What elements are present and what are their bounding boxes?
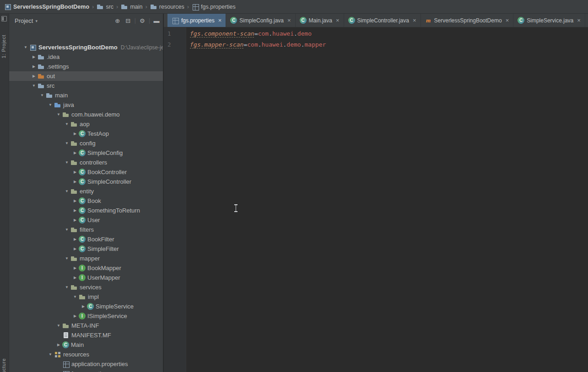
close-tab-icon[interactable]: ×: [218, 17, 222, 23]
breadcrumb-item-main[interactable]: main: [119, 3, 144, 11]
collapse-arrow-icon[interactable]: ▼: [38, 93, 46, 97]
tree-item-services[interactable]: ▼services: [9, 282, 163, 292]
tree-item-serverlessspringbootdemo[interactable]: ▼ServerlessSpringBootDemoD:\Java\eclipse…: [9, 43, 163, 52]
expand-arrow-icon[interactable]: ▶: [71, 314, 79, 318]
tree-item-simpleservice[interactable]: ▶CSimpleService: [9, 302, 163, 311]
editor[interactable]: 12 fgs.component-scan=com.huawei.demofgs…: [164, 27, 588, 372]
close-tab-icon[interactable]: ×: [287, 17, 291, 23]
expand-arrow-icon[interactable]: ▶: [71, 218, 79, 222]
tree-item-idea[interactable]: ▶.idea: [9, 52, 163, 62]
tree-item-testaop[interactable]: ▶CTestAop: [9, 129, 163, 138]
tree-item-usermapper[interactable]: ▶IUserMapper: [9, 273, 163, 282]
tree-item-impl[interactable]: ▼impl: [9, 292, 163, 302]
tree-item-manifest-mf[interactable]: MANIFEST.MF: [9, 330, 163, 340]
tree-item-simpleconfig[interactable]: ▶CSimpleConfig: [9, 148, 163, 158]
collapse-arrow-icon[interactable]: ▼: [47, 103, 54, 107]
collapse-arrow-icon[interactable]: ▼: [63, 189, 70, 193]
expand-arrow-icon[interactable]: ▶: [71, 132, 79, 136]
tree-item-simplefilter[interactable]: ▶CSimpleFilter: [9, 244, 163, 254]
close-tab-icon[interactable]: ×: [577, 17, 581, 23]
tree-item-fgs-properties[interactable]: fgs.properties: [9, 369, 163, 372]
collapse-arrow-icon[interactable]: ▼: [22, 45, 29, 49]
collapse-arrow-icon[interactable]: ▼: [63, 256, 70, 260]
collapse-arrow-icon[interactable]: ▼: [63, 141, 70, 145]
tree-item-somethingtoreturn[interactable]: ▶CSomethingToReturn: [9, 206, 163, 215]
tab-simpleconfig-java[interactable]: CSimpleConfig.java×: [226, 14, 295, 27]
expand-arrow-icon[interactable]: ▶: [71, 208, 79, 213]
tab-fgs-properties[interactable]: fgs.properties×: [167, 14, 226, 27]
hide-panel-button[interactable]: ▬: [152, 17, 161, 24]
tree-item-meta-inf[interactable]: ▼META-INF: [9, 321, 163, 330]
collapse-arrow-icon[interactable]: ▼: [63, 228, 70, 232]
collapse-all-button[interactable]: ⊟: [124, 17, 133, 24]
tree-item-config[interactable]: ▼config: [9, 138, 163, 148]
breadcrumb-item-fgs-properties[interactable]: fgs.properties: [190, 3, 237, 11]
collapse-arrow-icon[interactable]: ▼: [30, 84, 38, 88]
close-tab-icon[interactable]: ×: [413, 17, 416, 23]
breadcrumb-item-resources[interactable]: resources: [149, 3, 186, 11]
collapse-arrow-icon[interactable]: ▼: [71, 295, 79, 299]
tree-item-com-huawei-demo[interactable]: ▼com.huawei.demo: [9, 110, 163, 119]
tree-item-user[interactable]: ▶CUser: [9, 215, 163, 225]
expand-arrow-icon[interactable]: ▶: [71, 266, 79, 270]
structure-stripe-button[interactable]: ucture: [1, 358, 6, 372]
close-tab-icon[interactable]: ×: [336, 17, 340, 23]
collapse-arrow-icon[interactable]: ▼: [55, 112, 62, 117]
tree-item-java[interactable]: ▼java: [9, 100, 163, 110]
expand-arrow-icon[interactable]: ▶: [55, 343, 62, 347]
expand-arrow-icon[interactable]: ▶: [71, 180, 79, 184]
collapse-arrow-icon[interactable]: ▼: [55, 324, 62, 328]
tree-item-settings[interactable]: ▶.settings: [9, 62, 163, 71]
editor-gutter[interactable]: 12: [164, 27, 186, 372]
expand-arrow-icon[interactable]: ▶: [71, 237, 79, 241]
tree-item-out[interactable]: ▶out: [9, 71, 163, 81]
project-view-selector[interactable]: Project ▾: [15, 17, 38, 24]
expand-arrow-icon[interactable]: ▶: [71, 276, 79, 280]
tab-simpleservice-java[interactable]: CSimpleService.java×: [513, 14, 585, 27]
tree-item-book[interactable]: ▶CBook: [9, 196, 163, 206]
tab-serverlessspringbootdemo[interactable]: mServerlessSpringBootDemo×: [421, 14, 514, 27]
expand-arrow-icon[interactable]: ▶: [71, 199, 79, 203]
tree-item-aop[interactable]: ▼aop: [9, 119, 163, 129]
tree-item-main[interactable]: ▼main: [9, 90, 163, 100]
tree-item-controllers[interactable]: ▼controllers: [9, 158, 163, 167]
expand-arrow-icon[interactable]: ▶: [71, 247, 79, 251]
collapse-arrow-icon[interactable]: ▼: [47, 352, 54, 356]
scroll-from-source-button[interactable]: ⊕: [113, 17, 122, 24]
collapse-arrow-icon[interactable]: ▼: [63, 160, 70, 165]
project-stripe-button[interactable]: 1: Project: [1, 35, 6, 58]
expand-arrow-icon[interactable]: ▶: [30, 74, 38, 78]
tree-item-resources[interactable]: ▼resources: [9, 350, 163, 359]
tree-item-bookfilter[interactable]: ▶CBookFilter: [9, 234, 163, 244]
collapse-arrow-icon[interactable]: ▼: [63, 285, 70, 289]
tab-simplecontroller-java[interactable]: CSimpleController.java×: [344, 14, 421, 27]
tree-item-main[interactable]: ▶CMain: [9, 340, 163, 350]
collapse-arrow-icon[interactable]: ▼: [63, 122, 70, 126]
code-area[interactable]: fgs.component-scan=com.huawei.demofgs.ma…: [186, 27, 588, 372]
code-line-2[interactable]: fgs.mapper-scan=com.huawei.demo.mapper: [190, 39, 588, 50]
expand-arrow-icon[interactable]: ▶: [30, 55, 38, 59]
tree-item-simplecontroller[interactable]: ▶CSimpleController: [9, 177, 163, 186]
settings-gear-button[interactable]: ⚙: [138, 17, 147, 24]
breadcrumb-item-serverlessspringbootdemo[interactable]: ServerlessSpringBootDemo: [3, 3, 91, 11]
tree-item-application-properties[interactable]: application.properties: [9, 359, 163, 369]
expand-arrow-icon[interactable]: ▶: [30, 64, 38, 69]
tree-item-src[interactable]: ▼src: [9, 81, 163, 90]
expand-arrow-icon[interactable]: ▶: [71, 151, 79, 155]
close-tab-icon[interactable]: ×: [506, 17, 509, 23]
expand-arrow-icon[interactable]: ▶: [80, 304, 87, 308]
tree-item-mapper[interactable]: ▼mapper: [9, 254, 163, 263]
expand-arrow-icon[interactable]: ▶: [71, 170, 79, 174]
tree-item-bookmapper[interactable]: ▶IBookMapper: [9, 263, 163, 273]
tree-item-isimpleservice[interactable]: ▶IISimpleService: [9, 311, 163, 321]
code-line-1[interactable]: fgs.component-scan=com.huawei.demo: [190, 28, 588, 39]
tree-item-bookcontroller[interactable]: ▶CBookController: [9, 167, 163, 177]
breadcrumb-separator: ›: [115, 3, 119, 10]
line-number[interactable]: 2: [167, 39, 186, 50]
line-number[interactable]: 1: [167, 28, 186, 39]
tree-item-label: com.huawei.demo: [71, 111, 120, 118]
breadcrumb-item-src[interactable]: src: [95, 3, 115, 11]
tree-item-entity[interactable]: ▼entity: [9, 186, 163, 196]
tree-item-filters[interactable]: ▼filters: [9, 225, 163, 234]
tab-main-java[interactable]: CMain.java×: [296, 14, 344, 27]
